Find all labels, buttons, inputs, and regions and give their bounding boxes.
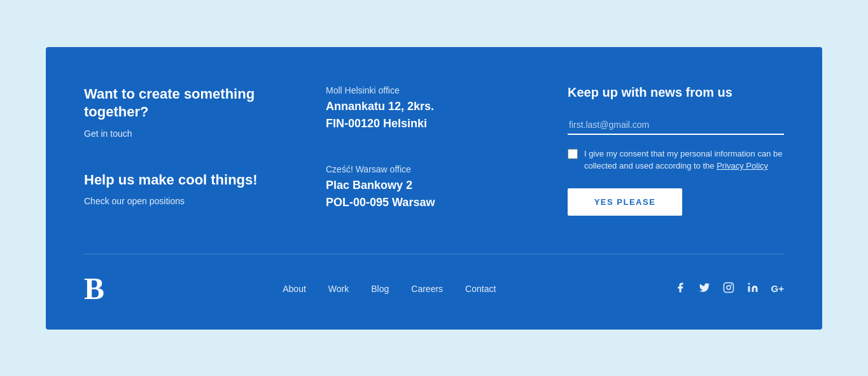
nav-item-about[interactable]: About <box>283 284 306 294</box>
office-helsinki-line1: Annankatu 12, 2krs. <box>326 100 434 113</box>
office-warsaw-line2: POL-00-095 Warsaw <box>326 196 435 209</box>
svg-point-3 <box>748 282 750 284</box>
footer-bottom-section: B About Work Blog Careers Contact <box>84 254 784 304</box>
svg-rect-0 <box>724 282 733 292</box>
consent-row: I give my consent that my personal infor… <box>568 148 784 172</box>
logo: B <box>84 274 104 304</box>
twitter-icon[interactable] <box>699 282 710 296</box>
office-warsaw-label: Cześć! Warsaw office <box>326 164 542 174</box>
email-input[interactable] <box>568 116 784 135</box>
cta-heading-1: Want to create something together? <box>84 85 300 122</box>
consent-text: I give my consent that my personal infor… <box>584 148 784 172</box>
footer-cta-column: Want to create something together? Get i… <box>84 85 300 216</box>
instagram-icon[interactable] <box>723 282 734 296</box>
nav-item-contact[interactable]: Contact <box>465 284 496 294</box>
cta-block-careers: Help us make cool things! Check our open… <box>84 171 300 207</box>
privacy-policy-link[interactable]: Privacy Policy <box>717 161 768 171</box>
office-helsinki: Moll Helsinki office Annankatu 12, 2krs.… <box>326 85 542 132</box>
footer-newsletter-column: Keep up with news from us I give my cons… <box>568 85 784 216</box>
svg-point-1 <box>727 286 731 289</box>
office-warsaw-line1: Plac Bankowy 2 <box>326 179 412 191</box>
open-positions-link[interactable]: Check our open positions <box>84 196 185 206</box>
get-in-touch-link[interactable]: Get in touch <box>84 129 132 139</box>
office-helsinki-line2: FIN-00120 Helsinki <box>326 117 427 130</box>
svg-point-2 <box>731 284 732 285</box>
office-helsinki-label: Moll Helsinki office <box>326 85 542 95</box>
footer-top-section: Want to create something together? Get i… <box>84 85 784 216</box>
googleplus-icon[interactable]: G+ <box>771 283 784 294</box>
footer: Want to create something together? Get i… <box>46 47 822 330</box>
linkedin-icon[interactable] <box>747 282 759 296</box>
nav-item-work[interactable]: Work <box>328 284 349 294</box>
newsletter-title: Keep up with news from us <box>568 85 784 100</box>
cta-heading-2: Help us make cool things! <box>84 171 300 190</box>
facebook-icon[interactable] <box>675 282 686 296</box>
office-warsaw-address: Plac Bankowy 2 POL-00-095 Warsaw <box>326 177 542 211</box>
footer-offices-column: Moll Helsinki office Annankatu 12, 2krs.… <box>326 85 542 216</box>
nav-item-careers[interactable]: Careers <box>411 284 443 294</box>
subscribe-button[interactable]: YES PLEASE <box>568 188 682 216</box>
office-warsaw: Cześć! Warsaw office Plac Bankowy 2 POL-… <box>326 164 542 211</box>
cta-block-contact: Want to create something together? Get i… <box>84 85 300 139</box>
social-icons-group: G+ <box>675 282 784 296</box>
office-helsinki-address: Annankatu 12, 2krs. FIN-00120 Helsinki <box>326 98 542 132</box>
footer-nav: About Work Blog Careers Contact <box>283 284 496 294</box>
nav-item-blog[interactable]: Blog <box>371 284 389 294</box>
consent-checkbox[interactable] <box>568 149 578 159</box>
